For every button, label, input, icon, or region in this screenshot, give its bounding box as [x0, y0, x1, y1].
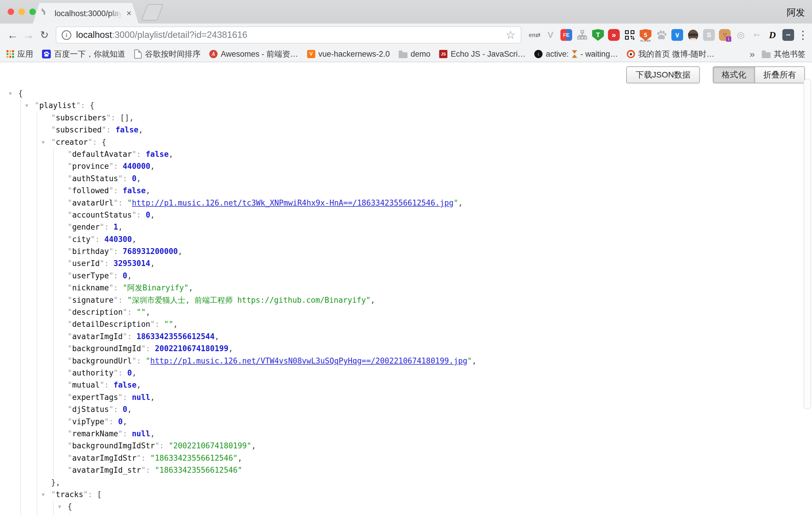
window-minimize-button[interactable] [19, 8, 25, 15]
indent-guide-line [53, 148, 54, 477]
json-line: "avatarImgId_str": "18633423556612546" [0, 464, 812, 476]
json-line: }, [0, 477, 812, 489]
json-toolbar: 下载JSON数据 格式化 折叠所有 [626, 66, 805, 83]
bookmark-item[interactable]: ↓active:- waiting… [534, 50, 618, 59]
bookmark-item[interactable]: AAwesomes - 前端资… [209, 49, 298, 59]
browser-toolbar: ← → ↻ i localhost:3000/playlist/detail?i… [0, 24, 812, 47]
scrollbar-thumb[interactable] [804, 79, 811, 409]
vue-gray-icon[interactable]: V [544, 28, 557, 41]
url-text: localhost:3000/playlist/detail?id=243816… [76, 30, 247, 40]
vimium-icon[interactable]: ∨ [671, 28, 684, 41]
json-link[interactable]: http://p1.music.126.net/VTW4vsN08vwL3uSQ… [150, 356, 467, 365]
other-bookmarks-folder[interactable]: 其他书签 [762, 49, 806, 59]
json-line: "gender": 1, [0, 221, 812, 233]
paw-icon[interactable] [655, 28, 668, 41]
collapse-toggle-icon[interactable]: ▾ [42, 489, 45, 500]
indent-guide-line [37, 112, 37, 515]
reload-button[interactable]: ↻ [36, 29, 52, 41]
bookmark-item[interactable]: Vvue-hackernews-2.0 [307, 50, 390, 59]
bookmarks-bar: 应用百度一下，你就知道谷歌按时间排序AAwesomes - 前端资…Vvue-h… [0, 47, 812, 62]
json-line: "expertTags": null, [0, 391, 812, 403]
json-line: ▾"tracks": [ [0, 489, 812, 500]
json-line: "defaultAvatar": false, [0, 148, 812, 160]
page-icon [134, 49, 142, 59]
collapse-all-button[interactable]: 折叠所有 [755, 67, 804, 83]
tab-close-icon[interactable]: × [126, 8, 132, 19]
browser-tab[interactable]: localhost:3000/playlist/detail?i × [33, 3, 139, 24]
qr-code-icon[interactable] [624, 28, 636, 41]
json-line: ▾"playlist": { [0, 99, 812, 112]
bookmark-item[interactable]: 我的首页 微博-随时… [627, 49, 715, 59]
collapse-toggle-icon[interactable]: ▾ [58, 500, 61, 513]
fastforward-icon[interactable]: » [608, 28, 620, 41]
bookmark-label: 谷歌按时间排序 [145, 49, 201, 59]
bookmark-label: Echo JS - JavaScri… [451, 50, 525, 59]
json-line: "backgroundImgId": 2002210674180199, [0, 343, 812, 355]
translate-icon[interactable]: en⇄ [528, 28, 541, 41]
sitemap-icon[interactable] [576, 28, 588, 41]
forward-button[interactable]: → [21, 29, 36, 41]
shield-t-icon[interactable]: T [592, 28, 604, 41]
vue-orange-icon: V [307, 50, 315, 58]
json-line: "nickname": "阿发Binaryify", [0, 282, 812, 294]
bookmark-item[interactable]: 百度一下，你就知道 [42, 49, 125, 59]
url-host: localhost [76, 30, 112, 40]
collapse-toggle-icon[interactable]: ▾ [25, 99, 28, 112]
bookmark-label-suffix: - waiting… [580, 50, 618, 59]
tab-favicon-icon [44, 8, 45, 15]
json-link[interactable]: http://p1.music.126.net/tc3Wk_XNPmwiR4hx… [132, 199, 454, 207]
json-line: "vipType": 0, [0, 416, 812, 428]
tab-title-fade [110, 8, 125, 19]
weibo-red-icon [627, 50, 635, 58]
json-line: "backgroundUrl": "http://p1.music.126.ne… [0, 355, 812, 367]
chrome-menu-icon[interactable]: ⋮ [797, 28, 807, 41]
bookmark-item[interactable]: 应用 [6, 49, 33, 59]
html5-player-icon[interactable]: 5PLAYER [639, 28, 652, 41]
bookmark-item[interactable]: 谷歌按时间排序 [134, 49, 201, 59]
echojs-icon: JS [439, 50, 447, 58]
json-line: "subscribers": [], [0, 112, 812, 124]
url-bar[interactable]: i localhost:3000/playlist/detail?id=2438… [56, 26, 521, 44]
download-json-button[interactable]: 下载JSON数据 [626, 66, 700, 83]
d-icon[interactable]: D [766, 28, 779, 41]
format-button[interactable]: 格式化 [713, 67, 755, 83]
weibo-gray-icon[interactable]: ◎ [734, 28, 747, 41]
mask-icon[interactable] [687, 28, 699, 41]
new-tab-button[interactable] [141, 4, 163, 21]
profile-name[interactable]: 阿发 [787, 6, 805, 19]
json-line: "province": 440000, [0, 160, 812, 172]
json-line: "remarkName": null, [0, 428, 812, 440]
back-button[interactable]: ← [5, 29, 21, 41]
bookmark-label: demo [411, 50, 431, 59]
bird-gray-icon[interactable]: ➳ [750, 28, 763, 41]
s-gray-icon[interactable]: S [703, 28, 715, 41]
fe-icon[interactable]: FE [560, 28, 573, 41]
window-close-button[interactable] [8, 8, 14, 15]
window-zoom-button[interactable] [29, 8, 36, 15]
json-line: "userId": 32953014, [0, 258, 812, 269]
json-line: "backgroundImgIdStr": "2002210674180199"… [0, 440, 812, 452]
bookmarks-overflow-icon[interactable]: » [750, 49, 755, 60]
json-line: "authority": 0, [0, 367, 812, 379]
bookmark-label: vue-hackernews-2.0 [319, 50, 390, 59]
json-line: ▾{ [0, 500, 812, 513]
bookmarks-items: 应用百度一下，你就知道谷歌按时间排序AAwesomes - 前端资…Vvue-h… [6, 49, 714, 59]
collapse-toggle-icon[interactable]: ▾ [9, 87, 12, 99]
other-bookmarks-label: 其他书签 [774, 49, 806, 59]
json-line: "subscribed": false, [0, 124, 812, 136]
ellipsis-box-icon[interactable]: ••• [782, 28, 794, 41]
baidu-paw-icon [42, 50, 51, 58]
page-info-icon[interactable]: i [62, 30, 71, 40]
bookmark-star-icon[interactable]: ☆ [505, 28, 516, 41]
bookmark-label: 应用 [17, 49, 33, 59]
json-line: "djStatus": 0, [0, 403, 812, 416]
json-line: "accountStatus": 0, [0, 209, 812, 221]
json-line: "signature": "深圳市爱猫人士, 前端工程师 https://git… [0, 294, 812, 306]
collapse-toggle-icon[interactable]: ▾ [42, 136, 45, 148]
json-line: "followed": false, [0, 185, 812, 197]
bookmark-item[interactable]: JSEcho JS - JavaScri… [439, 50, 525, 59]
download-circle-icon: ↓ [534, 50, 543, 58]
monkey-badge-icon[interactable]: ∵1 [719, 28, 731, 41]
json-line: "description": "", [0, 306, 812, 318]
bookmark-item[interactable]: demo [399, 50, 431, 59]
